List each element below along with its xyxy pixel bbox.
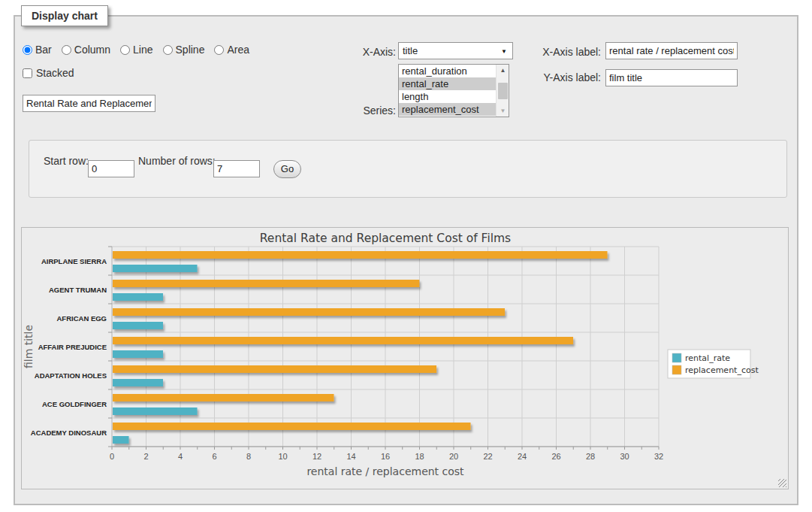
stacked-label: Stacked [36, 67, 74, 79]
bar-rental_rate[interactable] [113, 322, 163, 329]
svg-text:32: 32 [654, 452, 663, 461]
scrollbar-up-icon[interactable]: ▲ [497, 65, 509, 76]
start-row-input[interactable] [88, 160, 134, 177]
chart-type-label-column: Column [74, 44, 110, 56]
svg-text:ACADEMY DINOSAUR: ACADEMY DINOSAUR [31, 429, 107, 437]
chart-type-radio-line[interactable] [120, 45, 130, 55]
bar-chart: 02468101214161820222426283032AIRPLANE SI… [22, 228, 788, 489]
svg-text:18: 18 [415, 452, 424, 461]
svg-text:14: 14 [346, 452, 355, 461]
svg-text:20: 20 [449, 452, 458, 461]
chart-type-radio-bar[interactable] [23, 45, 32, 55]
svg-text:6: 6 [212, 452, 216, 461]
x-tick-labels: 02468101214161820222426283032 [110, 452, 663, 461]
svg-text:4: 4 [178, 452, 183, 461]
legend-swatch-rental_rate [672, 353, 681, 362]
x-axis-select-label: X-Axis: [323, 46, 396, 58]
series-rental_rate [113, 265, 198, 444]
chart-title: Rental Rate and Replacement Cost of Film… [260, 232, 511, 245]
svg-text:ADAPTATION HOLES: ADAPTATION HOLES [35, 371, 107, 380]
legend-item-replacement_cost[interactable]: replacement_cost [672, 365, 759, 375]
svg-text:2: 2 [143, 452, 148, 461]
svg-text:AFRICAN EGG: AFRICAN EGG [57, 314, 107, 323]
bar-rental_rate[interactable] [113, 379, 163, 386]
axis-ticks [108, 247, 659, 450]
bar-replacement_cost[interactable] [113, 365, 436, 373]
svg-text:26: 26 [551, 452, 560, 461]
chart-type-label-area: Area [227, 44, 249, 56]
category-labels: AIRPLANE SIERRAAGENT TRUMANAFRICAN EGGAF… [31, 257, 107, 437]
svg-text:8: 8 [246, 452, 251, 461]
bar-replacement_cost[interactable] [113, 337, 573, 344]
series-multiselect[interactable]: rental_duration rental_rate length repla… [398, 64, 509, 117]
x-axis-title: rental rate / replacement cost [306, 465, 464, 477]
svg-text:AIRPLANE SIERRA: AIRPLANE SIERRA [41, 257, 107, 265]
bar-replacement_cost[interactable] [113, 280, 419, 287]
series-select-label: Series: [323, 105, 396, 117]
y-axis-title: film title [23, 325, 35, 368]
chart-container: 02468101214161820222426283032AIRPLANE SI… [21, 227, 789, 489]
y-axis-label-input[interactable] [605, 69, 738, 86]
svg-text:AFFAIR PREJUDICE: AFFAIR PREJUDICE [38, 343, 107, 351]
x-axis-label-label: X-Axis label: [518, 46, 601, 58]
series-option-length[interactable]: length [399, 90, 509, 103]
x-axis-select[interactable]: title ▼ [398, 42, 513, 59]
bar-replacement_cost[interactable] [113, 394, 334, 401]
bar-replacement_cost[interactable] [113, 308, 505, 316]
svg-text:0: 0 [110, 452, 114, 461]
svg-text:10: 10 [278, 452, 287, 461]
chart-legend: rental_ratereplacement_cost [668, 350, 759, 378]
chevron-down-icon: ▼ [501, 48, 507, 55]
row-range-panel: Start row: Number of rows: Go [29, 140, 787, 198]
legend-label-rental_rate: rental_rate [685, 353, 730, 363]
stacked-checkbox[interactable] [23, 68, 32, 78]
bar-rental_rate[interactable] [113, 293, 163, 301]
svg-text:28: 28 [586, 452, 595, 461]
svg-text:AGENT TRUMAN: AGENT TRUMAN [49, 286, 107, 294]
chart-type-radio-area[interactable] [214, 45, 224, 55]
svg-text:30: 30 [620, 452, 629, 461]
start-row-label: Start row: [44, 155, 89, 167]
svg-text:24: 24 [518, 452, 527, 461]
svg-text:ACE GOLDFINGER: ACE GOLDFINGER [42, 400, 107, 408]
chart-title-input[interactable] [23, 95, 155, 112]
bar-replacement_cost[interactable] [113, 423, 471, 430]
gridlines [112, 247, 659, 447]
resize-handle-icon[interactable] [778, 479, 786, 487]
chart-type-label-bar: Bar [35, 44, 52, 56]
svg-text:16: 16 [381, 452, 390, 461]
chart-type-label-line: Line [133, 44, 152, 56]
chart-type-radio-group: Bar Column Line Spline Area [23, 44, 249, 56]
series-option-rental-rate[interactable]: rental_rate [399, 77, 509, 90]
series-replacement_cost [113, 251, 608, 430]
svg-text:12: 12 [312, 452, 321, 461]
bar-replacement_cost[interactable] [113, 251, 608, 259]
svg-text:22: 22 [483, 452, 492, 461]
x-axis-label-input[interactable] [605, 42, 738, 59]
series-scrollbar[interactable]: ▲ ▼ [496, 65, 509, 117]
x-axis-selected-value: title [403, 45, 418, 56]
series-option-replacement-cost[interactable]: replacement_cost [399, 103, 509, 116]
chart-type-radio-column[interactable] [62, 45, 71, 55]
scrollbar-thumb[interactable] [498, 83, 508, 99]
legend-item-rental_rate[interactable]: rental_rate [672, 353, 730, 363]
page: Display chart Bar Column Line Spline Are… [0, 0, 812, 512]
scrollbar-down-icon[interactable]: ▼ [497, 105, 509, 117]
bar-rental_rate[interactable] [113, 350, 163, 358]
bar-rental_rate[interactable] [113, 407, 198, 415]
number-of-rows-input[interactable] [213, 160, 260, 177]
fieldset-legend: Display chart [21, 5, 108, 26]
bar-rental_rate[interactable] [113, 265, 198, 272]
y-axis-label-label: Y-Axis label: [518, 71, 601, 83]
series-option-rental-duration[interactable]: rental_duration [399, 65, 509, 77]
legend-swatch-replacement_cost [672, 365, 681, 374]
chart-type-label-spline: Spline [176, 44, 205, 56]
bar-rental_rate[interactable] [113, 436, 129, 444]
stacked-row: Stacked [23, 67, 74, 79]
go-button[interactable]: Go [273, 160, 301, 178]
chart-type-radio-spline[interactable] [163, 45, 173, 55]
legend-label-replacement_cost: replacement_cost [685, 365, 759, 375]
number-of-rows-label: Number of rows: [138, 155, 216, 167]
